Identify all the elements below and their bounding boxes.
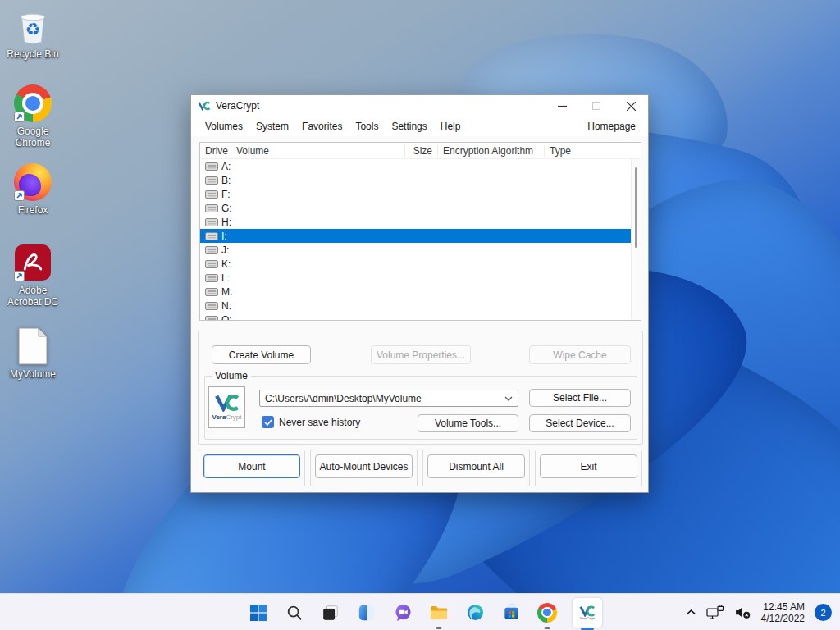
menu-settings[interactable]: Settings [385, 118, 433, 135]
desktop-icon-adobe-acrobat[interactable]: Adobe Acrobat DC [1, 243, 65, 308]
column-header-drive[interactable]: Drive [200, 145, 231, 157]
chrome-icon [537, 603, 557, 623]
desktop-icon-recycle-bin[interactable]: ♻ Recycle Bin [1, 7, 65, 60]
column-header-volume[interactable]: Volume [231, 145, 405, 157]
running-indicator [436, 627, 442, 629]
desktop-icon-label: Google Chrome [1, 126, 65, 148]
desktop-icon-label: Firefox [18, 204, 48, 216]
veracrypt-icon [579, 605, 596, 617]
task-view-icon [322, 604, 340, 622]
tray-time: 12:45 AM [761, 601, 805, 613]
search-icon [285, 604, 304, 622]
task-view-button[interactable] [320, 602, 341, 623]
drive-row[interactable]: G: [200, 201, 641, 215]
drive-row-selected[interactable]: I: [200, 229, 641, 243]
menu-volumes[interactable]: Volumes [199, 118, 249, 135]
store-button[interactable] [500, 602, 522, 623]
drive-letter: M: [221, 286, 232, 298]
desktop-icon-firefox[interactable]: Firefox [1, 162, 65, 216]
drive-row[interactable]: N: [200, 299, 641, 313]
drive-row[interactable]: L: [200, 271, 641, 285]
file-explorer-button[interactable] [428, 602, 450, 623]
desktop-icon-label: Recycle Bin [7, 48, 58, 60]
never-save-history-label: Never save history [279, 417, 360, 428]
drive-list: Drive Volume Size Encryption Algorithm T… [199, 142, 641, 321]
column-header-type[interactable]: Type [545, 145, 641, 157]
list-scrollbar[interactable] [631, 159, 641, 320]
desktop-icon-google-chrome[interactable]: Google Chrome [1, 84, 65, 148]
notification-badge[interactable]: 2 [815, 604, 832, 621]
drive-letter: L: [221, 272, 230, 284]
widgets-button[interactable] [356, 602, 377, 623]
drive-letter: J: [221, 244, 229, 256]
hidden-icons-chevron[interactable] [686, 609, 696, 616]
edge-icon [466, 603, 485, 622]
drive-icon [205, 162, 218, 171]
select-file-button[interactable]: Select File... [529, 389, 631, 407]
start-button[interactable] [248, 602, 269, 623]
drive-icon [205, 301, 218, 311]
menu-favorites[interactable]: Favorites [295, 118, 349, 135]
chrome-icon [13, 84, 52, 123]
drive-letter: B: [221, 175, 231, 186]
column-header-encryption-algorithm[interactable]: Encryption Algorithm [438, 145, 545, 157]
menu-system[interactable]: System [249, 118, 295, 135]
edge-button[interactable] [464, 602, 486, 623]
acrobat-icon [13, 243, 52, 282]
file-icon [13, 326, 52, 366]
drive-row[interactable]: J: [200, 243, 641, 257]
chrome-taskbar-button[interactable] [536, 602, 558, 623]
create-volume-button[interactable]: Create Volume [212, 345, 311, 364]
desktop-icon-my-volume[interactable]: MyVolume [1, 326, 65, 380]
drive-row[interactable]: B: [200, 173, 641, 187]
checkbox-checked-icon[interactable] [262, 416, 274, 428]
search-button[interactable] [284, 602, 305, 623]
widgets-icon [358, 604, 376, 622]
drive-row[interactable]: A: [200, 159, 641, 173]
drive-icon [205, 203, 218, 213]
drive-row[interactable]: H: [200, 215, 641, 229]
never-save-history-option[interactable]: Never save history [262, 416, 360, 428]
exit-button[interactable]: Exit [540, 454, 637, 478]
volume-muted-icon[interactable] [734, 605, 751, 619]
window-titlebar[interactable]: VeraCrypt [191, 95, 648, 116]
volume-path-combobox[interactable]: C:\Users\Admin\Desktop\MyVolume [259, 390, 518, 407]
volume-tools-button[interactable]: Volume Tools... [418, 414, 518, 432]
veracrypt-taskbar-button[interactable]: VeraCrypt [573, 598, 602, 628]
chat-button[interactable] [392, 602, 413, 623]
column-header-size[interactable]: Size [405, 145, 438, 157]
veracrypt-tile-label: VeraCrypt [580, 617, 595, 620]
chevron-down-icon [504, 396, 513, 401]
volume-group-label: Volume [212, 370, 251, 381]
svg-text:♻: ♻ [25, 20, 41, 39]
mount-frame: Mount [199, 450, 305, 486]
network-icon[interactable] [706, 605, 724, 620]
select-device-button[interactable]: Select Device... [529, 414, 631, 432]
drive-icon [205, 259, 218, 269]
drive-icon [205, 245, 218, 255]
scrollbar-thumb[interactable] [635, 167, 637, 248]
drive-letter: G: [221, 203, 232, 214]
drive-row[interactable]: O: [200, 313, 641, 321]
exit-frame: Exit [535, 450, 642, 486]
taskbar-clock[interactable]: 12:45 AM 4/12/2022 [761, 601, 805, 624]
menu-help[interactable]: Help [434, 118, 468, 135]
active-app-indicator [581, 628, 594, 630]
close-button[interactable] [614, 95, 648, 116]
drive-row[interactable]: K: [200, 257, 641, 271]
menu-homepage[interactable]: Homepage [582, 118, 641, 135]
drive-row[interactable]: F: [200, 187, 641, 201]
auto-mount-devices-button[interactable]: Auto-Mount Devices [315, 454, 413, 478]
shortcut-arrow-icon [14, 271, 25, 281]
drive-letter: K: [221, 258, 231, 270]
dismount-all-button[interactable]: Dismount All [427, 454, 525, 478]
drive-icon [205, 287, 218, 297]
minimize-button[interactable] [545, 95, 579, 116]
mount-button[interactable]: Mount [203, 454, 300, 478]
store-icon [502, 603, 521, 622]
drive-icon [205, 189, 218, 199]
menu-tools[interactable]: Tools [349, 118, 385, 135]
drive-row[interactable]: M: [200, 285, 641, 299]
firefox-icon [13, 162, 52, 202]
running-indicator [545, 627, 550, 629]
